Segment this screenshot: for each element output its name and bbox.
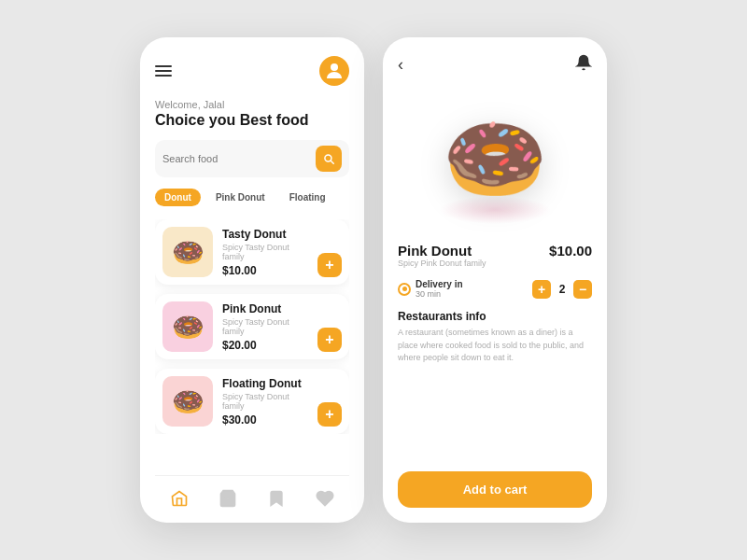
- food-list: 🍩 Tasty Donut Spicy Tasty Donut family $…: [155, 219, 349, 434]
- food-info-1: Tasty Donut Spicy Tasty Donut family $10…: [222, 228, 308, 277]
- delivery-text-group: Delivery in 30 min: [416, 279, 463, 299]
- tab-donut[interactable]: Donut: [155, 189, 201, 206]
- category-tabs: Donut Pink Donut Floating: [155, 189, 349, 206]
- bell-icon[interactable]: [575, 54, 592, 75]
- svg-point-0: [331, 63, 338, 71]
- food-name-1: Tasty Donut: [222, 228, 308, 241]
- food-item-3[interactable]: 🍩 Floating Donut Spicy Tasty Donut famil…: [155, 369, 349, 434]
- add-button-2[interactable]: +: [317, 328, 342, 352]
- food-price-1: $10.00: [222, 264, 308, 277]
- search-input[interactable]: [162, 153, 310, 164]
- restaurants-desc: A restaurant (sometimes known as a diner…: [398, 327, 592, 460]
- search-bar[interactable]: [155, 140, 349, 177]
- food-name-2: Pink Donut: [222, 302, 308, 315]
- donut-hero: 🍩: [383, 75, 607, 243]
- quantity-display: 2: [557, 283, 568, 296]
- qty-plus-button[interactable]: +: [532, 280, 551, 299]
- food-image-1: 🍩: [162, 227, 213, 277]
- tab-floating[interactable]: Floating: [280, 189, 335, 206]
- tab-pink-donut[interactable]: Pink Donut: [206, 189, 275, 206]
- delivery-time: 30 min: [416, 289, 463, 299]
- food-desc-1: Spicy Tasty Donut family: [222, 243, 308, 261]
- food-name-3: Floating Donut: [222, 377, 308, 390]
- add-to-cart-button[interactable]: Add to cart: [398, 471, 592, 508]
- food-price-3: $30.00: [222, 413, 308, 427]
- right-phone: ‹ 🍩 Pink Donut Spicy Pink Donut family $…: [383, 37, 607, 523]
- menu-icon[interactable]: [155, 65, 172, 77]
- back-button[interactable]: ‹: [398, 55, 403, 75]
- delivery-row: Delivery in 30 min + 2 −: [398, 279, 592, 299]
- left-phone: Welcome, Jalal Choice you Best food Donu…: [140, 37, 364, 523]
- qty-minus-button[interactable]: −: [573, 280, 592, 299]
- food-item-2[interactable]: 🍩 Pink Donut Spicy Tasty Donut family $2…: [155, 294, 349, 359]
- product-desc: Spicy Pink Donut family: [398, 259, 486, 268]
- detail-body: Pink Donut Spicy Pink Donut family $10.0…: [383, 243, 607, 523]
- search-button[interactable]: [316, 146, 342, 172]
- product-name: Pink Donut: [398, 243, 486, 259]
- add-button-1[interactable]: +: [317, 253, 342, 277]
- delivery-info: Delivery in 30 min: [398, 279, 463, 299]
- delivery-label: Delivery in: [416, 279, 463, 289]
- detail-top-row: Pink Donut Spicy Pink Donut family $10.0…: [398, 243, 592, 277]
- food-image-3: 🍩: [162, 376, 213, 427]
- delivery-dot-icon: [398, 283, 411, 296]
- add-button-3[interactable]: +: [317, 402, 342, 427]
- user-avatar[interactable]: [319, 56, 349, 86]
- main-title: Choice you Best food: [155, 112, 349, 129]
- detail-name: Pink Donut Spicy Pink Donut family: [398, 243, 486, 277]
- food-price-2: $20.00: [222, 339, 308, 352]
- detail-header: ‹: [383, 37, 607, 75]
- quantity-control: + 2 −: [532, 280, 592, 299]
- food-info-2: Pink Donut Spicy Tasty Donut family $20.…: [222, 302, 308, 352]
- nav-home[interactable]: [166, 485, 192, 511]
- food-desc-2: Spicy Tasty Donut family: [222, 317, 308, 336]
- food-desc-3: Spicy Tasty Donut family: [222, 392, 308, 411]
- nav-cart[interactable]: [215, 485, 241, 511]
- donut-image: 🍩: [443, 117, 547, 201]
- food-info-3: Floating Donut Spicy Tasty Donut family …: [222, 377, 308, 427]
- nav-bookmark[interactable]: [263, 485, 289, 511]
- product-price: $10.00: [549, 243, 592, 259]
- phone-header: [155, 56, 349, 86]
- food-item-1[interactable]: 🍩 Tasty Donut Spicy Tasty Donut family $…: [155, 219, 349, 285]
- nav-heart[interactable]: [312, 485, 338, 511]
- food-image-2: 🍩: [162, 301, 213, 352]
- restaurants-title: Restaurants info: [398, 310, 592, 323]
- welcome-text: Welcome, Jalal: [155, 99, 349, 110]
- bottom-nav: [155, 475, 349, 511]
